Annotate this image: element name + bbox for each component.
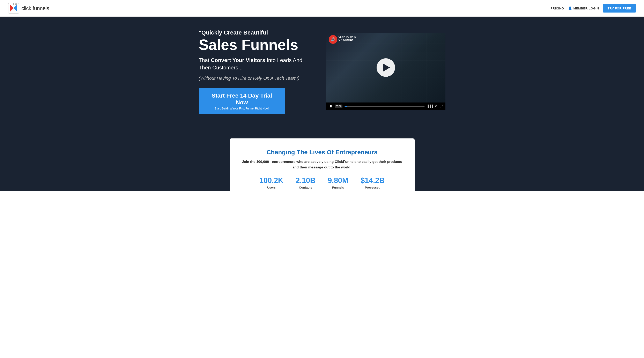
video-player: 🔊 CLICK TO TURN ON SOUND ⏸ 00:00 ▐▐▐ xyxy=(326,33,446,110)
member-login-link[interactable]: 👤 MEMBER LOGIN xyxy=(568,6,599,10)
sound-text: CLICK TO TURN ON SOUND xyxy=(338,35,356,41)
hero-quote: "Quickly Create Beautiful xyxy=(199,29,314,36)
play-triangle-icon xyxy=(383,63,390,72)
stats-bg-extension: Changing The Lives Of Entrepreneurs Join… xyxy=(0,130,644,191)
cta-sub-text: Start Building Your First Funnel Right N… xyxy=(205,107,279,110)
stat-processed-label: Processed xyxy=(361,186,384,189)
stat-users-value: 100.2K xyxy=(260,176,283,185)
stat-contacts: 2.10B Contacts xyxy=(296,176,315,189)
hero-wrapper: "Quickly Create Beautiful Sales Funnels … xyxy=(0,17,644,202)
fullscreen-icon[interactable]: ⛶ xyxy=(440,104,442,108)
stat-funnels: 9.80M Funnels xyxy=(328,176,348,189)
hero-copy: "Quickly Create Beautiful Sales Funnels … xyxy=(199,29,314,114)
subtitle-bold: Convert Your Visitors xyxy=(211,57,265,63)
svg-point-3 xyxy=(13,3,14,5)
stat-contacts-value: 2.10B xyxy=(296,176,315,185)
stats-card: Changing The Lives Of Entrepreneurs Join… xyxy=(230,138,414,199)
stat-processed: $14.2B Processed xyxy=(361,176,384,189)
stat-funnels-label: Funnels xyxy=(328,186,348,189)
video-controls: ⏸ 00:00 ▐▐▐ ⚙ ⛶ xyxy=(326,102,446,110)
stats-description: Join the 100,000+ entrepreneurs who are … xyxy=(242,159,402,170)
svg-point-4 xyxy=(15,3,17,5)
user-icon: 👤 xyxy=(568,6,572,10)
hero-italic: (Without Having To Hire or Rely On A Tec… xyxy=(199,75,314,81)
try-free-button[interactable]: TRY FOR FREE xyxy=(603,4,636,12)
nav-links: PRICING 👤 MEMBER LOGIN TRY FOR FREE xyxy=(550,4,636,12)
cta-main-text: Start Free 14 Day Trial Now xyxy=(205,92,279,106)
start-trial-button[interactable]: Start Free 14 Day Trial Now Start Buildi… xyxy=(199,88,285,114)
hero-title: Sales Funnels xyxy=(199,37,314,53)
stat-processed-value: $14.2B xyxy=(361,176,384,185)
video-thumbnail[interactable]: 🔊 CLICK TO TURN ON SOUND xyxy=(326,33,446,102)
hero-subtitle: That Convert Your Visitors Into Leads An… xyxy=(199,56,314,71)
logo-area: click funnels xyxy=(8,3,49,13)
stat-users-label: Users xyxy=(260,186,283,189)
video-progress-bar[interactable] xyxy=(344,106,425,107)
video-progress-fill xyxy=(344,106,347,107)
settings-icon[interactable]: ⚙ xyxy=(435,104,438,108)
volume-icon[interactable]: ▐▐▐ xyxy=(427,104,433,108)
stat-users: 100.2K Users xyxy=(260,176,283,189)
subtitle-normal: That xyxy=(199,57,211,63)
video-time: 00:00 xyxy=(335,104,343,108)
navbar: click funnels PRICING 👤 MEMBER LOGIN TRY… xyxy=(0,0,644,17)
sound-badge[interactable]: 🔊 xyxy=(329,35,337,44)
pricing-link[interactable]: PRICING xyxy=(550,6,564,10)
hero-section: "Quickly Create Beautiful Sales Funnels … xyxy=(0,17,644,130)
speaker-icon: 🔊 xyxy=(331,37,335,42)
stats-heading: Changing The Lives Of Entrepreneurs xyxy=(242,149,402,156)
play-button[interactable] xyxy=(376,58,395,77)
stat-funnels-value: 9.80M xyxy=(328,176,348,185)
pause-icon[interactable]: ⏸ xyxy=(329,104,333,108)
logo-icon xyxy=(8,3,19,13)
logo-text: click funnels xyxy=(22,5,49,11)
stat-contacts-label: Contacts xyxy=(296,186,315,189)
stats-numbers: 100.2K Users 2.10B Contacts 9.80M Funnel… xyxy=(242,176,402,189)
